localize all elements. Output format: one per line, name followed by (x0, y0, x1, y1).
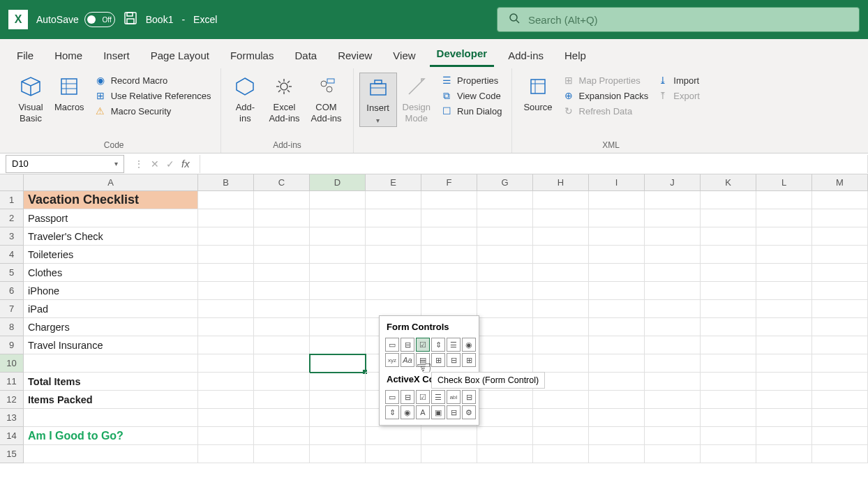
cell-A11[interactable]: Total Items (24, 373, 198, 391)
cell-D5[interactable] (310, 264, 366, 282)
cell-H6[interactable] (533, 282, 589, 300)
tab-data[interactable]: Data (287, 44, 324, 67)
tab-developer[interactable]: Developer (430, 42, 495, 67)
cell-A10[interactable] (24, 354, 198, 373)
design-mode-button[interactable]: Design Mode (397, 73, 436, 125)
cell-C1[interactable] (254, 191, 310, 209)
cell-I5[interactable] (589, 264, 645, 282)
cell-E6[interactable] (366, 282, 421, 300)
cell-L6[interactable] (756, 282, 812, 300)
cell-G7[interactable] (477, 300, 533, 318)
cell-J5[interactable] (645, 264, 701, 282)
cell-K1[interactable] (701, 191, 756, 209)
cell-D13[interactable] (310, 409, 366, 427)
cell-I11[interactable] (589, 373, 645, 391)
cell-M4[interactable] (812, 246, 868, 264)
cell-K15[interactable] (701, 445, 756, 463)
cell-L11[interactable] (756, 373, 812, 391)
cell-A6[interactable]: iPhone (24, 282, 198, 300)
row-header-5[interactable]: 5 (0, 264, 24, 282)
column-header-I[interactable]: I (589, 174, 645, 191)
cell-J14[interactable] (645, 427, 701, 445)
cell-G15[interactable] (477, 445, 533, 463)
cell-C13[interactable] (254, 409, 310, 427)
cell-J12[interactable] (645, 391, 701, 409)
cell-E5[interactable] (366, 264, 421, 282)
cell-L10[interactable] (756, 354, 812, 373)
label-control-icon[interactable]: Aa (401, 353, 414, 367)
record-macro-button[interactable]: ◉Record Macro (94, 74, 211, 87)
textfield-control-icon[interactable]: ⊞ (431, 353, 445, 367)
cell-I13[interactable] (589, 409, 645, 427)
visual-basic-button[interactable]: Visual Basic (13, 73, 49, 125)
cell-H8[interactable] (533, 318, 589, 336)
ax-more-icon[interactable]: ⚙ (462, 405, 476, 419)
cell-G9[interactable] (477, 336, 533, 354)
ax-option-icon[interactable]: ◉ (401, 405, 414, 419)
cell-L5[interactable] (756, 264, 812, 282)
cell-J10[interactable] (645, 354, 701, 373)
cell-C3[interactable] (254, 227, 310, 246)
tab-view[interactable]: View (386, 44, 422, 67)
ax-checkbox-icon[interactable]: ☑ (416, 390, 430, 404)
cell-K10[interactable] (701, 354, 756, 373)
cell-F2[interactable] (421, 209, 477, 227)
cell-H5[interactable] (533, 264, 589, 282)
cell-K14[interactable] (701, 427, 756, 445)
column-header-A[interactable]: A (24, 174, 198, 191)
cell-B14[interactable] (198, 427, 254, 445)
cell-L1[interactable] (756, 191, 812, 209)
cell-G5[interactable] (477, 264, 533, 282)
listbox-control-icon[interactable]: ☰ (447, 338, 461, 352)
row-header-9[interactable]: 9 (0, 336, 24, 354)
cell-L15[interactable] (756, 445, 812, 463)
cell-L12[interactable] (756, 391, 812, 409)
cell-I14[interactable] (589, 427, 645, 445)
chevron-down-icon[interactable]: ▾ (114, 160, 118, 167)
cell-J15[interactable] (645, 445, 701, 463)
cell-M15[interactable] (812, 445, 868, 463)
cell-D9[interactable] (310, 336, 366, 354)
cell-I4[interactable] (589, 246, 645, 264)
cell-B3[interactable] (198, 227, 254, 246)
cell-H3[interactable] (533, 227, 589, 246)
ax-spinner-icon[interactable]: ⇕ (385, 405, 399, 419)
cell-E14[interactable] (366, 427, 421, 445)
cell-H2[interactable] (533, 209, 589, 227)
cell-I1[interactable] (589, 191, 645, 209)
cell-K5[interactable] (701, 264, 756, 282)
accept-icon[interactable]: ✓ (166, 158, 174, 170)
run-dialog-button[interactable]: ☐Run Dialog (440, 105, 502, 117)
macros-button[interactable]: Macros (49, 73, 90, 114)
cell-L9[interactable] (756, 336, 812, 354)
cell-M2[interactable] (812, 209, 868, 227)
row-header-1[interactable]: 1 (0, 191, 24, 209)
cell-J1[interactable] (645, 191, 701, 209)
tab-page-layout[interactable]: Page Layout (144, 44, 216, 67)
cell-E2[interactable] (366, 209, 421, 227)
cell-D4[interactable] (310, 246, 366, 264)
cell-B4[interactable] (198, 246, 254, 264)
cell-B9[interactable] (198, 336, 254, 354)
column-header-L[interactable]: L (756, 174, 812, 191)
cell-L3[interactable] (756, 227, 812, 246)
combobox2-control-icon[interactable]: ⊟ (447, 353, 461, 367)
cell-C11[interactable] (254, 373, 310, 391)
cell-F15[interactable] (421, 445, 477, 463)
cancel-icon[interactable]: ✕ (151, 158, 159, 170)
cell-D1[interactable] (310, 191, 366, 209)
insert-controls-dropdown[interactable]: Form Controls ▭ ⊟ ☑ ⇕ ☰ ◉ xyz Aa ▤ ⊞ ⊟ ⊞… (379, 315, 479, 426)
save-icon[interactable] (124, 11, 137, 29)
row-header-7[interactable]: 7 (0, 300, 24, 318)
cell-J6[interactable] (645, 282, 701, 300)
cell-B7[interactable] (198, 300, 254, 318)
column-header-H[interactable]: H (533, 174, 589, 191)
cell-D3[interactable] (310, 227, 366, 246)
cell-C6[interactable] (254, 282, 310, 300)
insert-button[interactable]: Insert▾ (359, 73, 397, 127)
cell-M8[interactable] (812, 318, 868, 336)
cell-G12[interactable] (477, 391, 533, 409)
cell-J3[interactable] (645, 227, 701, 246)
row-header-2[interactable]: 2 (0, 209, 24, 227)
cell-B2[interactable] (198, 209, 254, 227)
